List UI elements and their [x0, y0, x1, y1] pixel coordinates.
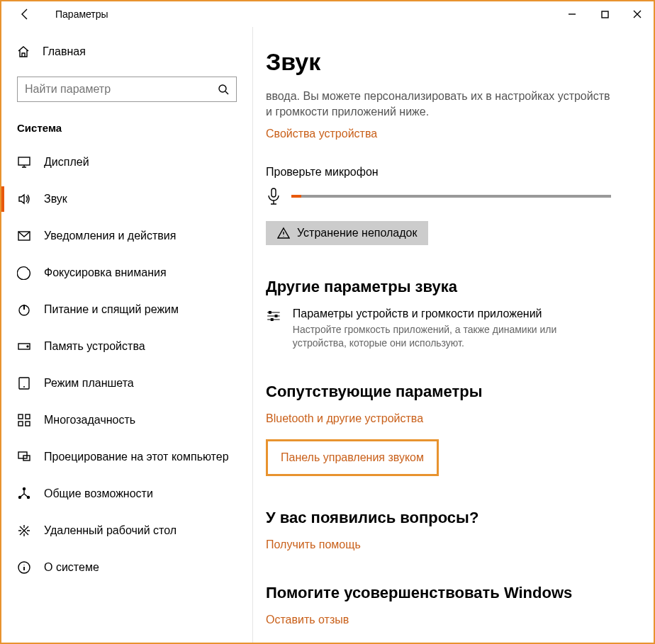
sidebar: Главная Система Дисплей Звук Уведомления…	[1, 27, 253, 643]
home-icon	[17, 45, 30, 58]
microphone-icon	[266, 187, 281, 205]
close-icon	[633, 10, 642, 18]
tablet-icon	[17, 376, 31, 390]
mic-level-bar	[291, 195, 611, 198]
sidebar-item-label: Уведомления и действия	[44, 230, 176, 242]
sound-icon	[17, 192, 31, 206]
home-label: Главная	[43, 45, 86, 58]
maximize-button[interactable]	[588, 1, 621, 27]
search-icon	[218, 84, 229, 95]
svg-rect-2	[18, 157, 30, 165]
bluetooth-link[interactable]: Bluetooth и другие устройства	[266, 412, 611, 425]
sidebar-item-tablet[interactable]: Режим планшета	[1, 365, 252, 402]
sidebar-item-label: Удаленный рабочий стол	[44, 524, 177, 537]
mic-check-label: Проверьте микрофон	[266, 166, 611, 179]
svg-rect-10	[18, 422, 23, 426]
get-help-link[interactable]: Получить помощь	[266, 538, 611, 551]
sidebar-item-display[interactable]: Дисплей	[1, 144, 252, 181]
app-volume-desc: Настройте громкость приложений, а также …	[293, 323, 611, 350]
feedback-heading: Помогите усовершенствовать Windows	[266, 584, 611, 602]
shared-icon	[17, 487, 31, 501]
sidebar-item-sound[interactable]: Звук	[1, 181, 252, 218]
sidebar-item-label: Звук	[44, 193, 67, 205]
sidebar-item-shared[interactable]: Общие возможности	[1, 475, 252, 512]
svg-point-15	[19, 497, 21, 499]
sidebar-item-label: Проецирование на этот компьютер	[44, 451, 229, 463]
search-box[interactable]	[17, 77, 237, 102]
svg-point-16	[28, 497, 30, 499]
about-icon	[17, 560, 31, 575]
svg-point-14	[23, 488, 26, 490]
svg-rect-0	[602, 11, 608, 18]
window-controls	[556, 1, 654, 27]
sound-control-panel-link[interactable]: Панель управления звуком	[281, 451, 424, 463]
sliders-icon	[266, 307, 281, 324]
app-volume-link[interactable]: Параметры устройств и громкости приложен…	[266, 307, 611, 350]
storage-icon	[17, 339, 31, 354]
titlebar: Параметры	[1, 1, 654, 27]
svg-point-6	[27, 346, 28, 347]
app-volume-title: Параметры устройств и громкости приложен…	[293, 307, 611, 320]
projecting-icon	[17, 450, 31, 464]
sidebar-item-remote[interactable]: Удаленный рабочий стол	[1, 512, 252, 549]
sidebar-item-power[interactable]: Питание и спящий режим	[1, 291, 252, 328]
svg-rect-18	[271, 188, 276, 197]
svg-rect-11	[26, 422, 30, 426]
search-input[interactable]	[25, 83, 218, 96]
sidebar-item-projecting[interactable]: Проецирование на этот компьютер	[1, 439, 252, 475]
focus-icon	[17, 266, 31, 280]
sidebar-item-notifications[interactable]: Уведомления и действия	[1, 218, 252, 254]
notifications-icon	[17, 229, 31, 243]
warning-icon	[277, 227, 290, 239]
sidebar-item-about[interactable]: О системе	[1, 549, 252, 586]
related-heading: Сопутствующие параметры	[266, 383, 611, 401]
back-button[interactable]	[14, 4, 35, 25]
highlight-box: Панель управления звуком	[266, 439, 439, 476]
sidebar-item-label: Общие возможности	[44, 487, 153, 500]
sidebar-item-label: Фокусировка внимания	[44, 266, 167, 279]
sidebar-item-label: Дисплей	[44, 156, 89, 169]
sidebar-item-label: Многозадачность	[44, 414, 135, 426]
remote-icon	[17, 524, 31, 538]
home-button[interactable]: Главная	[1, 41, 252, 62]
sidebar-item-focus[interactable]: Фокусировка внимания	[1, 254, 252, 291]
sidebar-item-label: Режим планшета	[44, 377, 134, 390]
other-options-heading: Другие параметры звука	[266, 278, 611, 296]
svg-rect-8	[18, 414, 23, 419]
svg-rect-21	[271, 318, 273, 320]
sidebar-item-multitasking[interactable]: Многозадачность	[1, 402, 252, 439]
device-properties-link[interactable]: Свойства устройства	[266, 128, 611, 140]
svg-rect-19	[269, 311, 271, 313]
sidebar-item-label: Питание и спящий режим	[44, 303, 179, 316]
window-title: Параметры	[55, 9, 108, 20]
display-icon	[17, 155, 31, 169]
svg-rect-20	[275, 315, 277, 317]
sidebar-item-label: Память устройства	[44, 340, 145, 353]
close-button[interactable]	[621, 1, 654, 27]
arrow-left-icon	[18, 8, 31, 21]
svg-rect-9	[26, 414, 30, 419]
minimize-button[interactable]	[556, 1, 588, 27]
feedback-link[interactable]: Оставить отзыв	[266, 614, 611, 626]
power-icon	[17, 303, 31, 317]
troubleshoot-button[interactable]: Устранение неполадок	[266, 221, 428, 245]
sidebar-item-label: О системе	[44, 561, 99, 574]
multitasking-icon	[17, 413, 31, 427]
page-title: Звук	[266, 48, 611, 76]
maximize-icon	[601, 11, 609, 18]
sidebar-item-storage[interactable]: Память устройства	[1, 328, 252, 365]
intro-text: ввода. Вы можете персонализировать их в …	[266, 89, 611, 120]
help-heading: У вас появились вопросы?	[266, 509, 611, 527]
troubleshoot-label: Устранение неполадок	[297, 227, 417, 239]
svg-point-1	[219, 85, 226, 92]
sidebar-category-label: Система	[17, 122, 252, 134]
content-area: Звук ввода. Вы можете персонализировать …	[253, 27, 654, 643]
minimize-icon	[568, 10, 576, 18]
